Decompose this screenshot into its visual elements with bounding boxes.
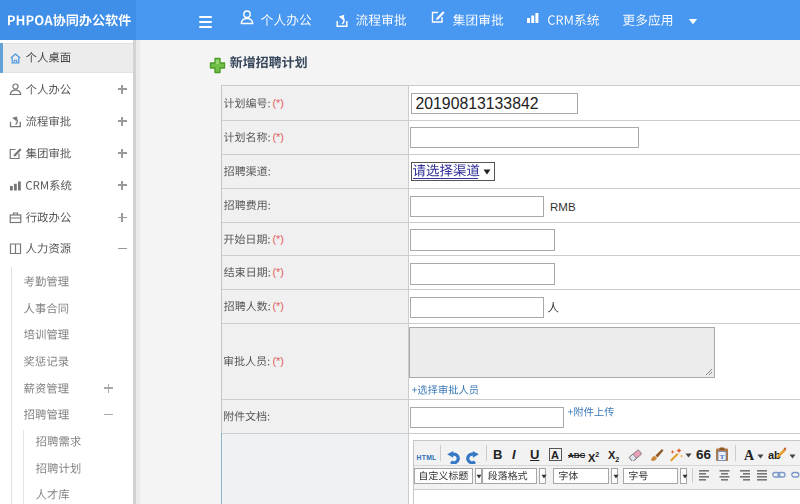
svg-text:T: T — [720, 453, 725, 461]
